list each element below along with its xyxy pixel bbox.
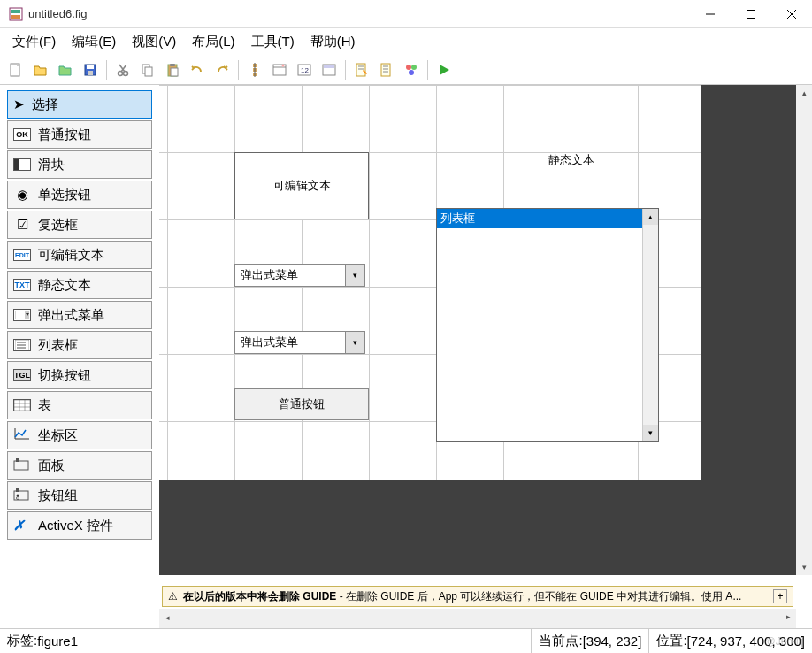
horizontal-scrollbar[interactable]: ◂ ▸ xyxy=(159,609,796,628)
palette-table[interactable]: 表 xyxy=(7,391,152,419)
toolbar: 12 xyxy=(0,55,812,85)
object-browser-icon[interactable] xyxy=(400,58,423,81)
app-icon xyxy=(9,7,23,21)
ok-icon: OK xyxy=(13,128,31,141)
svg-rect-19 xyxy=(171,68,178,76)
palette-slider[interactable]: 滑块 xyxy=(7,150,152,179)
status-tag: 标签: figure1 xyxy=(0,629,532,653)
scroll-right-icon[interactable]: ▸ xyxy=(780,609,796,625)
listbox-scrollbar[interactable]: ▴ ▾ xyxy=(642,209,658,441)
cut-icon[interactable] xyxy=(111,58,134,81)
palette-listbox[interactable]: 列表框 xyxy=(7,331,152,359)
warning-icon: ⚠ xyxy=(168,590,178,603)
close-button[interactable] xyxy=(771,0,812,27)
canvas-outside xyxy=(701,85,796,481)
tab-order-icon[interactable]: 12 xyxy=(293,58,316,81)
menu-file[interactable]: 文件(F) xyxy=(7,30,61,54)
toolbar-editor-icon[interactable] xyxy=(318,58,341,81)
menu-tools[interactable]: 工具(T) xyxy=(246,30,300,54)
scroll-up-icon[interactable]: ▴ xyxy=(643,209,658,225)
panel-icon xyxy=(13,458,31,473)
svg-point-26 xyxy=(282,64,285,66)
redo-icon[interactable] xyxy=(211,58,234,81)
open2-icon[interactable] xyxy=(54,58,77,81)
window-title: untitled6.fig xyxy=(28,7,690,20)
palette-checkbox[interactable]: ☑复选框 xyxy=(7,211,152,239)
palette-statictext[interactable]: TXT静态文本 xyxy=(7,271,152,299)
menubar: 文件(F) 编辑(E) 视图(V) 布局(L) 工具(T) 帮助(H) xyxy=(0,28,812,55)
watermark: @Jun-llj xyxy=(764,635,803,648)
palette-togglebutton[interactable]: TGL切换按钮 xyxy=(7,361,152,389)
svg-rect-18 xyxy=(170,64,175,66)
run-icon[interactable] xyxy=(433,58,456,81)
bgroup-icon xyxy=(13,488,31,503)
svg-rect-2 xyxy=(11,15,20,19)
svg-point-58 xyxy=(17,494,19,496)
slider-icon xyxy=(13,158,31,171)
canvas-statictext[interactable]: 静态文本 xyxy=(504,152,639,179)
canvas-popup1[interactable]: 弹出式菜单▾ xyxy=(234,264,365,287)
svg-rect-47 xyxy=(14,400,30,411)
scroll-down-icon[interactable]: ▾ xyxy=(796,559,812,575)
editor-icon[interactable] xyxy=(350,58,373,81)
svg-rect-1 xyxy=(11,10,20,13)
svg-point-13 xyxy=(119,71,123,75)
save-icon[interactable] xyxy=(79,58,102,81)
table-icon xyxy=(13,399,31,411)
axes-icon xyxy=(13,428,31,443)
edit-icon: EDIT xyxy=(13,249,31,261)
palette-popupmenu[interactable]: 弹出式菜单 xyxy=(7,301,152,329)
palette-pushbutton[interactable]: OK普通按钮 xyxy=(7,120,152,149)
canvas-popup2[interactable]: 弹出式菜单▾ xyxy=(234,331,365,354)
property-inspector-icon[interactable] xyxy=(375,58,398,81)
menu-layout[interactable]: 布局(L) xyxy=(187,30,240,54)
scroll-up-icon[interactable]: ▴ xyxy=(796,85,812,101)
svg-rect-54 xyxy=(14,461,28,470)
radio-icon: ◉ xyxy=(13,187,31,203)
canvas-listbox[interactable]: 列表框 ▴ ▾ xyxy=(436,208,659,442)
expand-warning-button[interactable]: + xyxy=(773,589,787,603)
open-icon[interactable] xyxy=(29,58,52,81)
svg-point-40 xyxy=(409,70,414,75)
palette-edittext[interactable]: EDIT可编辑文本 xyxy=(7,241,152,269)
chevron-down-icon: ▾ xyxy=(345,265,364,286)
new-icon[interactable] xyxy=(4,58,27,81)
svg-rect-9 xyxy=(87,65,94,69)
align-icon[interactable] xyxy=(243,58,266,81)
menu-edit[interactable]: 编辑(E) xyxy=(66,30,121,54)
maximize-button[interactable] xyxy=(731,0,771,27)
paste-icon[interactable] xyxy=(161,58,184,81)
menu-view[interactable]: 视图(V) xyxy=(126,30,181,54)
palette-radiobutton[interactable]: ◉单选按钮 xyxy=(7,181,152,209)
popup-icon xyxy=(13,309,31,321)
palette-activex[interactable]: ✗ActiveX 控件 xyxy=(7,511,152,540)
undo-icon[interactable] xyxy=(186,58,209,81)
activex-icon: ✗ xyxy=(13,518,31,534)
palette-axes[interactable]: 坐标区 xyxy=(7,421,152,449)
svg-rect-4 xyxy=(747,10,755,18)
minimize-button[interactable] xyxy=(690,0,731,27)
vertical-scrollbar[interactable]: ▴ ▾ xyxy=(796,85,812,575)
palette-panel[interactable]: 面板 xyxy=(7,451,152,480)
scroll-down-icon[interactable]: ▾ xyxy=(643,425,658,441)
menu-editor-icon[interactable] xyxy=(268,58,291,81)
listbox-selected-item[interactable]: 列表框 xyxy=(437,209,658,228)
canvas-pushbutton[interactable]: 普通按钮 xyxy=(234,388,369,420)
svg-text:12: 12 xyxy=(301,66,309,74)
svg-rect-10 xyxy=(88,71,93,75)
palette-select[interactable]: ➤选择 xyxy=(7,90,152,119)
svg-rect-55 xyxy=(16,458,19,462)
canvas-area: 可编辑文本 静态文本 弹出式菜单▾ 弹出式菜单▾ 普通按钮 列表框 ▴ ▾ ⚠ … xyxy=(159,85,812,628)
svg-rect-34 xyxy=(381,64,390,76)
canvas-edittext[interactable]: 可编辑文本 xyxy=(234,152,369,219)
palette-buttongroup[interactable]: 按钮组 xyxy=(7,481,152,510)
svg-rect-30 xyxy=(324,65,334,68)
canvas-outside xyxy=(159,480,796,575)
scroll-left-icon[interactable]: ◂ xyxy=(159,610,175,626)
svg-point-39 xyxy=(411,65,417,70)
svg-point-59 xyxy=(17,496,19,499)
copy-icon[interactable] xyxy=(136,58,159,81)
menu-help[interactable]: 帮助(H) xyxy=(305,30,361,54)
titlebar: untitled6.fig xyxy=(0,0,812,28)
chevron-down-icon: ▾ xyxy=(345,332,364,353)
